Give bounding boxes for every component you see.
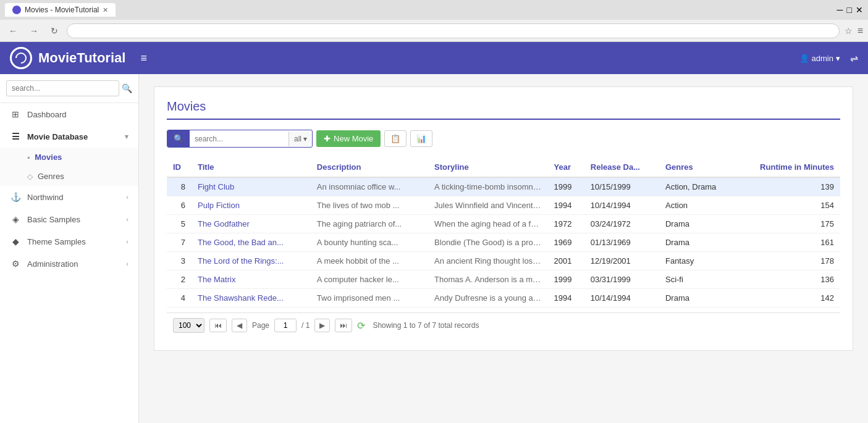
col-header-release-date[interactable]: Release Da...: [584, 157, 659, 177]
app-logo: MovieTutorial: [10, 47, 125, 69]
user-icon: 👤: [799, 54, 809, 63]
title-link[interactable]: The Lord of the Rings:...: [198, 256, 284, 266]
cell-description: Two imprisoned men ...: [311, 289, 428, 308]
reload-button[interactable]: ↻: [47, 25, 62, 37]
sidebar-search-input[interactable]: [6, 80, 119, 96]
cell-id: 2: [167, 270, 192, 289]
browser-addressbar: ← → ↻ localhost:56549/MovieDB/Movie ☆ ≡: [0, 20, 868, 42]
cell-year: 2001: [548, 252, 584, 270]
dashboard-icon: ⊞: [10, 109, 21, 119]
cell-runtime: 139: [736, 177, 840, 196]
col-header-title[interactable]: Title: [192, 157, 311, 177]
cell-title[interactable]: The Shawshank Rede...: [192, 289, 311, 308]
next-page-button[interactable]: ▶: [314, 319, 330, 332]
export-icon: 📋: [390, 134, 400, 143]
title-link[interactable]: Pulp Fiction: [198, 201, 240, 210]
table-row[interactable]: 2 The Matrix A computer hacker le... Tho…: [167, 270, 840, 289]
chevron-right-icon: ‹: [126, 260, 129, 267]
sidebar-item-genres[interactable]: ◇ Genres: [0, 167, 138, 186]
cell-description: A meek hobbit of the ...: [311, 252, 428, 270]
back-button[interactable]: ←: [5, 25, 21, 37]
cell-genres: Action: [659, 196, 736, 215]
cell-title[interactable]: Pulp Fiction: [192, 196, 311, 215]
title-link[interactable]: The Shawshank Rede...: [198, 293, 284, 303]
tab-close[interactable]: ✕: [103, 6, 108, 14]
browser-tab[interactable]: Movies - MovieTutorial ✕: [5, 3, 116, 17]
cell-title[interactable]: The Good, the Bad an...: [192, 233, 311, 252]
page-size-select[interactable]: 100 50 25: [173, 318, 204, 333]
cell-title[interactable]: The Matrix: [192, 270, 311, 289]
cell-runtime: 142: [736, 289, 840, 308]
filter-label: all: [294, 135, 301, 143]
sidebar-item-label: Dashboard: [27, 110, 67, 119]
sidebar-search-button[interactable]: 🔍: [122, 83, 132, 93]
cell-year: 1972: [548, 215, 584, 233]
sidebar-item-theme-samples[interactable]: ◆ Theme Samples ‹: [0, 230, 138, 253]
movie-database-icon: ☰: [10, 132, 21, 141]
cell-year: 1994: [548, 289, 584, 308]
table-row[interactable]: 6 Pulp Fiction The lives of two mob ... …: [167, 196, 840, 215]
hamburger-button[interactable]: ≡: [140, 52, 147, 65]
search-input[interactable]: [190, 132, 289, 146]
page-input[interactable]: [274, 319, 297, 332]
maximize-button[interactable]: □: [847, 5, 852, 15]
cell-id: 8: [167, 177, 192, 196]
search-button[interactable]: 🔍: [167, 130, 190, 147]
pagination-status: Showing 1 to 7 of 7 total records: [373, 321, 479, 330]
cell-title[interactable]: Fight Club: [192, 177, 311, 196]
table-row[interactable]: 7 The Good, the Bad an... A bounty hunti…: [167, 233, 840, 252]
filter-chevron-icon: ▾: [303, 135, 307, 143]
share-icon[interactable]: ⇌: [850, 52, 858, 64]
title-link[interactable]: The Good, the Bad an...: [198, 238, 284, 247]
sidebar-item-movies[interactable]: ▪ Movies: [0, 148, 138, 167]
sidebar-item-dashboard[interactable]: ⊞ Dashboard: [0, 103, 138, 125]
table-row[interactable]: 3 The Lord of the Rings:... A meek hobbi…: [167, 252, 840, 270]
address-input[interactable]: localhost:56549/MovieDB/Movie: [67, 23, 840, 38]
first-page-button[interactable]: ⏮: [209, 319, 227, 332]
new-movie-button[interactable]: ✚ New Movie: [316, 130, 381, 147]
cell-title[interactable]: The Godfather: [192, 215, 311, 233]
sidebar-item-northwind[interactable]: ⚓ Northwind ‹: [0, 186, 138, 208]
last-page-button[interactable]: ⏭: [335, 319, 352, 332]
main-content: Movies 🔍 all ▾ ✚ New Movie 📋: [139, 74, 868, 423]
col-header-year[interactable]: Year: [548, 157, 584, 177]
browser-chrome: Movies - MovieTutorial ✕ ─ □ ✕ ← → ↻ loc…: [0, 0, 868, 42]
cell-runtime: 175: [736, 215, 840, 233]
close-button[interactable]: ✕: [856, 5, 863, 15]
page-label: Page: [252, 321, 269, 330]
table-row[interactable]: 8 Fight Club An insomniac office w... A …: [167, 177, 840, 196]
cell-release-date: 10/14/1994: [584, 289, 659, 308]
sidebar-item-administration[interactable]: ⚙ Administration ‹: [0, 253, 138, 275]
browser-titlebar: Movies - MovieTutorial ✕ ─ □ ✕: [0, 0, 868, 20]
minimize-button[interactable]: ─: [837, 5, 843, 15]
col-header-description[interactable]: Description: [311, 157, 428, 177]
refresh-icon[interactable]: ⟳: [357, 320, 365, 332]
search-filter-dropdown[interactable]: all ▾: [289, 132, 312, 146]
columns-icon: 📊: [416, 134, 426, 143]
sidebar-item-basic-samples[interactable]: ◈ Basic Samples ‹: [0, 208, 138, 230]
table-row[interactable]: 5 The Godfather The aging patriarch of..…: [167, 215, 840, 233]
cell-storyline: Jules Winnfield and Vincent Vega are t..…: [428, 196, 548, 215]
sidebar-item-label: Theme Samples: [27, 237, 86, 246]
col-header-id[interactable]: ID: [167, 157, 192, 177]
col-header-storyline[interactable]: Storyline: [428, 157, 548, 177]
bookmark-icon[interactable]: ☆: [845, 26, 853, 36]
cell-title[interactable]: The Lord of the Rings:...: [192, 252, 311, 270]
browser-menu-icon[interactable]: ≡: [857, 25, 863, 36]
sidebar-item-movie-database[interactable]: ☰ Movie Database ▾: [0, 125, 138, 148]
title-link[interactable]: Fight Club: [198, 182, 234, 191]
col-header-runtime[interactable]: Runtime in Minutes: [736, 157, 840, 177]
movies-table: ID Title Description Storyline Year Rele…: [167, 157, 840, 308]
col-header-genres[interactable]: Genres: [659, 157, 736, 177]
export-button[interactable]: 📋: [384, 130, 407, 147]
cell-id: 7: [167, 233, 192, 252]
columns-button[interactable]: 📊: [410, 130, 432, 147]
admin-menu[interactable]: 👤 admin ▾: [799, 54, 840, 63]
table-row[interactable]: 4 The Shawshank Rede... Two imprisoned m…: [167, 289, 840, 308]
title-link[interactable]: The Godfather: [198, 219, 250, 228]
prev-page-button[interactable]: ◀: [232, 319, 247, 332]
forward-button[interactable]: →: [26, 25, 42, 37]
cell-release-date: 10/15/1999: [584, 177, 659, 196]
title-link[interactable]: The Matrix: [198, 275, 235, 284]
northwind-icon: ⚓: [10, 192, 21, 202]
